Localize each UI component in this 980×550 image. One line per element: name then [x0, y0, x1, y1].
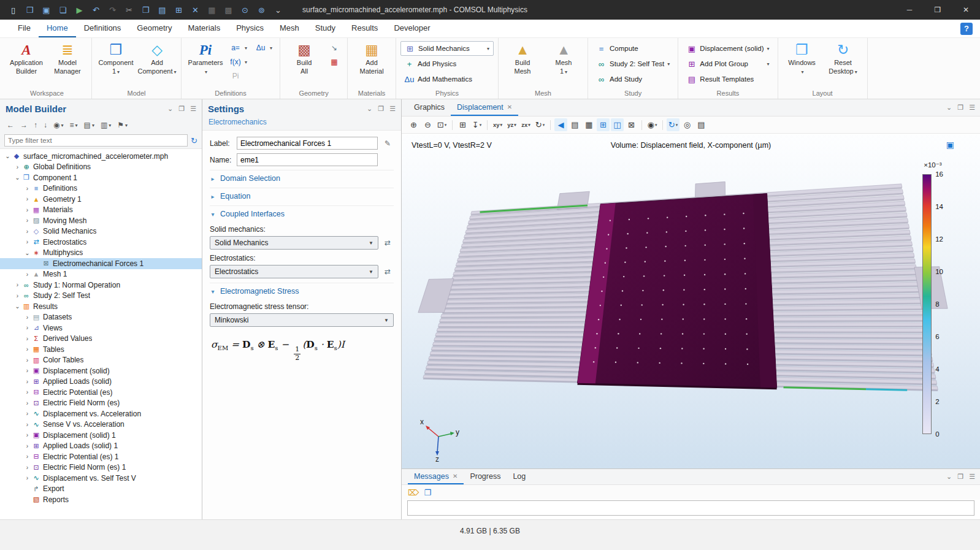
- zoom-extents-button[interactable]: ⊡▾: [435, 118, 448, 131]
- chevron-right-icon[interactable]: ›: [23, 226, 31, 237]
- tree-item[interactable]: ›⊡Electric Field Norm (es): [0, 398, 202, 409]
- add-plot-group-button[interactable]: ⊞Add Plot Group▾: [683, 56, 773, 71]
- tab-progress[interactable]: Progress: [464, 469, 507, 484]
- chevron-right-icon[interactable]: ›: [23, 473, 31, 483]
- menu-item-results[interactable]: Results: [343, 20, 386, 37]
- image-to-window-button[interactable]: ⊞: [597, 118, 610, 131]
- zoom-in-button[interactable]: ⊕: [407, 118, 420, 131]
- plot-in-new-window-icon[interactable]: ▣: [946, 140, 954, 150]
- plot-group-select-button[interactable]: ▣Displacement (solid)▾: [683, 41, 773, 56]
- tree-item[interactable]: ›≡Definitions: [0, 183, 202, 194]
- tab-displacement[interactable]: Displacement✕: [451, 99, 518, 116]
- select-entities-button[interactable]: ◉▾: [646, 118, 659, 131]
- show-button[interactable]: ◉▾: [51, 119, 66, 131]
- tree-filter-input[interactable]: [4, 134, 188, 147]
- chevron-down-icon[interactable]: ⌄: [13, 172, 21, 183]
- chevron-right-icon[interactable]: ›: [13, 280, 21, 290]
- tab-graphics[interactable]: Graphics: [408, 99, 451, 116]
- tree-item[interactable]: ↱Export: [0, 484, 202, 495]
- close-tab-icon[interactable]: ✕: [453, 473, 457, 479]
- tree-item[interactable]: ⌄◆surface_micromachined_accelerometer.mp…: [0, 151, 202, 162]
- chevron-down-icon[interactable]: ⌄: [13, 301, 21, 311]
- redo-icon[interactable]: ↷: [104, 2, 121, 18]
- node-columns-button[interactable]: ▥▾: [98, 119, 113, 131]
- tab-messages[interactable]: Messages✕: [408, 469, 464, 484]
- chevron-right-icon[interactable]: ›: [23, 365, 31, 376]
- import-geometry-button[interactable]: ↘: [326, 41, 343, 55]
- build-mesh-button[interactable]: ▲BuildMesh: [503, 40, 542, 78]
- model-manager-button[interactable]: ≣ModelManager: [48, 40, 87, 78]
- tab-log[interactable]: Log: [507, 469, 532, 484]
- chevron-right-icon[interactable]: ›: [23, 269, 31, 280]
- tree-item[interactable]: ›⊡Electric Field Norm (es) 1: [0, 462, 202, 473]
- section-equation[interactable]: ▸ Equation: [210, 188, 394, 204]
- update-plot-button[interactable]: ↻▾: [667, 118, 679, 131]
- panel-menu-icon[interactable]: ☰: [969, 104, 975, 112]
- chevron-right-icon[interactable]: ›: [23, 408, 31, 419]
- tree-item[interactable]: ⌄❒Component 1: [0, 172, 202, 183]
- tree-item[interactable]: ›▲Mesh 1: [0, 269, 202, 280]
- component-1-button[interactable]: ❒Component1▾: [96, 40, 136, 78]
- label-input[interactable]: [237, 137, 378, 150]
- move-up-button[interactable]: ↑: [31, 119, 40, 131]
- chevron-right-icon[interactable]: ›: [23, 205, 31, 215]
- go-to-interface-icon[interactable]: ⇄: [381, 237, 394, 249]
- menu-item-developer[interactable]: Developer: [386, 20, 438, 37]
- close-button[interactable]: ✕: [952, 0, 980, 20]
- tree-item[interactable]: ⊠Electromechanical Forces 1: [0, 258, 202, 269]
- tree-item[interactable]: ›▣Displacement (solid): [0, 365, 202, 376]
- chevron-right-icon[interactable]: ›: [23, 387, 31, 397]
- build-all-button[interactable]: ▩BuildAll: [285, 40, 324, 78]
- delete-icon[interactable]: ✕: [187, 2, 204, 18]
- tree-item[interactable]: ›▲Geometry 1: [0, 194, 202, 205]
- stress-tensor-dropdown[interactable]: Minkowski ▼: [210, 313, 394, 327]
- paste-icon[interactable]: ▤: [154, 2, 170, 18]
- help-button[interactable]: ?: [960, 23, 973, 35]
- view-xy-button[interactable]: xy▾: [491, 118, 504, 131]
- mesh-1-button[interactable]: ▲Mesh1▾: [544, 40, 583, 78]
- tree-item[interactable]: ›◇Solid Mechanics: [0, 226, 202, 237]
- scene-light-button[interactable]: ◀: [554, 118, 567, 131]
- application-builder-button[interactable]: AApplicationBuilder: [7, 40, 46, 78]
- view-zx-button[interactable]: zx▾: [519, 118, 532, 131]
- tree-item[interactable]: ›ΣDerived Values: [0, 334, 202, 345]
- chevron-right-icon[interactable]: ›: [23, 451, 31, 462]
- add-mathematics-button[interactable]: ΔuAdd Mathematics: [400, 72, 494, 86]
- rename-label-icon[interactable]: ✎: [381, 137, 394, 150]
- chevron-right-icon[interactable]: ›: [23, 462, 31, 473]
- tree-item[interactable]: ›⊟Electric Potential (es): [0, 387, 202, 398]
- compute-button[interactable]: =Compute: [592, 41, 673, 56]
- result-templates-button[interactable]: ▤Result Templates: [683, 72, 773, 86]
- chevron-right-icon[interactable]: ›: [13, 162, 21, 172]
- tree-item[interactable]: ›∞Study 2: Self Test: [0, 291, 202, 302]
- float-panel-icon[interactable]: ❐: [957, 473, 963, 481]
- chevron-right-icon[interactable]: ›: [23, 323, 31, 333]
- zoom-box-button[interactable]: ⊞: [456, 118, 469, 131]
- chevron-right-icon[interactable]: ›: [13, 291, 21, 301]
- float-panel-icon[interactable]: ❐: [178, 105, 185, 113]
- tree-item[interactable]: ›⊿Views: [0, 323, 202, 334]
- section-domain-selection[interactable]: ▸ Domain Selection: [210, 170, 394, 186]
- float-panel-icon[interactable]: ❐: [378, 105, 384, 113]
- cut-icon[interactable]: ✂: [121, 2, 137, 18]
- copy-icon[interactable]: ❐: [137, 2, 154, 18]
- tree-item[interactable]: ›⊞Applied Loads (solid): [0, 376, 202, 388]
- undo-icon[interactable]: ↶: [88, 2, 104, 18]
- chevron-right-icon[interactable]: ›: [23, 215, 31, 226]
- chevron-right-icon[interactable]: ›: [23, 398, 31, 408]
- collapse-panel-icon[interactable]: ⌄: [946, 104, 952, 112]
- name-input[interactable]: [237, 153, 378, 166]
- tree-item[interactable]: ›▤Datasets: [0, 312, 202, 323]
- collapse-panel-icon[interactable]: ⌄: [167, 105, 173, 113]
- parameter-case-button[interactable]: Pi: [227, 69, 250, 83]
- menu-item-mesh[interactable]: Mesh: [272, 20, 307, 37]
- menu-item-home[interactable]: Home: [39, 20, 76, 37]
- panel-menu-icon[interactable]: ☰: [389, 105, 396, 113]
- tree-item[interactable]: ›∿Sense V vs. Acceleration: [0, 419, 202, 430]
- node-order-button[interactable]: ▤▾: [82, 119, 97, 131]
- go-to-default-view-button[interactable]: ↧▾: [470, 118, 483, 131]
- accelerometer-3d-model[interactable]: [402, 134, 980, 468]
- save-as-icon[interactable]: ❏: [55, 2, 71, 18]
- chevron-down-icon[interactable]: ⌄: [4, 151, 12, 161]
- clear-messages-icon[interactable]: ⌦: [408, 488, 419, 497]
